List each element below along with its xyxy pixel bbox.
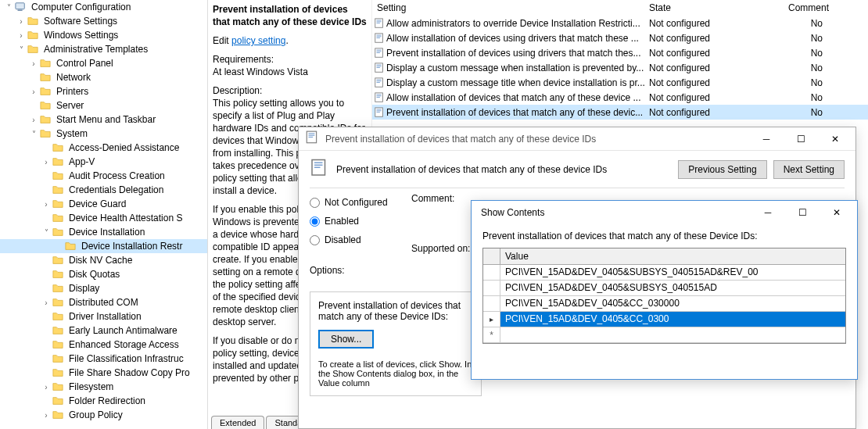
- tree-expander-icon[interactable]: ›: [28, 59, 39, 68]
- grid-row[interactable]: PCI\VEN_15AD&DEV_0405&SUBSYS_040515AD&RE…: [483, 265, 845, 281]
- grid-row[interactable]: PCI\VEN_15AD&DEV_0405&CC_030000: [483, 296, 845, 312]
- tree-item[interactable]: ·Display: [0, 281, 207, 295]
- policy-titlebar[interactable]: Prevent installation of devices that mat…: [299, 127, 855, 151]
- tree-expander-icon[interactable]: ›: [41, 411, 52, 420]
- folder-icon: [52, 213, 64, 223]
- tree-item[interactable]: ·File Share Shadow Copy Pro: [0, 366, 207, 380]
- tree-item[interactable]: ·Enhanced Storage Access: [0, 338, 207, 352]
- tree-expander-icon[interactable]: ˅: [16, 45, 27, 54]
- tree-item[interactable]: ›Distributed COM: [0, 295, 207, 309]
- folder-icon: [52, 409, 64, 420]
- settings-row[interactable]: Allow installation of devices using driv…: [372, 30, 868, 45]
- tree-item[interactable]: ›Printers: [0, 84, 207, 98]
- tree-item[interactable]: ›Windows Settings: [0, 28, 207, 42]
- next-setting-button[interactable]: Next Setting: [773, 160, 845, 179]
- maximize-button[interactable]: ☐: [784, 128, 818, 150]
- value-column-header[interactable]: Value: [500, 248, 845, 264]
- tree-item[interactable]: ›Filesystem: [0, 380, 207, 394]
- options-footer-text: To create a list of devices, click Show.…: [318, 359, 473, 388]
- folder-icon: [39, 72, 52, 83]
- grid-row-new[interactable]: [483, 327, 845, 343]
- radio-disabled[interactable]: Disabled: [310, 231, 411, 249]
- tree-expander-icon[interactable]: ›: [28, 116, 39, 124]
- folder-icon: [52, 311, 64, 322]
- settings-row[interactable]: Allow administrators to override Device …: [372, 16, 868, 30]
- tree-item-label: Display: [67, 283, 99, 294]
- previous-setting-button[interactable]: Previous Setting: [678, 160, 766, 179]
- folder-icon: [52, 325, 64, 336]
- tree-item[interactable]: ›App-V: [0, 155, 207, 169]
- tree-item[interactable]: ·Folder Redirection: [0, 394, 207, 408]
- folder-icon: [64, 241, 77, 252]
- tree-item[interactable]: ·Early Launch Antimalware: [0, 324, 207, 338]
- minimize-button[interactable]: ─: [749, 128, 784, 150]
- tree-expander-icon[interactable]: ›: [41, 200, 52, 209]
- tree-expander-icon[interactable]: ˅: [28, 130, 39, 138]
- tree-item-label: Group Policy: [67, 409, 123, 420]
- options-area: Prevent installation of devices that mat…: [310, 291, 482, 396]
- minimize-button[interactable]: ─: [751, 202, 785, 223]
- tree-item[interactable]: ·Disk NV Cache: [0, 253, 207, 267]
- tree-item[interactable]: ·Network: [0, 70, 207, 84]
- tree-item[interactable]: ·Device Health Attestation S: [0, 211, 207, 225]
- column-setting[interactable]: Setting: [372, 2, 649, 13]
- column-comment[interactable]: Comment: [787, 2, 868, 13]
- show-button[interactable]: Show...: [318, 330, 374, 349]
- tree-item[interactable]: ˅Device Installation: [0, 225, 207, 239]
- tree-expander-icon[interactable]: ›: [41, 299, 52, 307]
- tree-item[interactable]: ›Group Policy: [0, 408, 207, 422]
- policy-setting-link[interactable]: policy setting: [231, 35, 285, 46]
- close-button[interactable]: ✕: [818, 128, 852, 150]
- tree-expander-icon[interactable]: ›: [16, 17, 27, 26]
- tree-expander-icon[interactable]: ›: [41, 158, 52, 166]
- tree-item[interactable]: ˅System: [0, 127, 207, 141]
- tree-item[interactable]: ·Server: [0, 98, 207, 113]
- tree-item[interactable]: ˅Administrative Templates: [0, 42, 207, 56]
- tree-item[interactable]: ·Access-Denied Assistance: [0, 141, 207, 155]
- tree-item-label: File Classification Infrastruc: [67, 353, 184, 364]
- tree-item[interactable]: ·Audit Process Creation: [0, 169, 207, 183]
- value-cell[interactable]: PCI\VEN_15AD&DEV_0405&SUBSYS_040515AD&RE…: [500, 265, 845, 280]
- tree-item[interactable]: ›Control Panel: [0, 56, 207, 70]
- tree-expander-icon[interactable]: ›: [41, 383, 52, 391]
- settings-header: Setting State Comment: [372, 0, 868, 16]
- close-button[interactable]: ✕: [820, 202, 854, 223]
- setting-state: Not configured: [649, 48, 787, 59]
- tree-item[interactable]: ·Credentials Delegation: [0, 183, 207, 197]
- tree-expander-icon[interactable]: ˅: [41, 228, 52, 237]
- settings-row[interactable]: Display a custom message title when devi…: [372, 75, 868, 90]
- tree-expander-icon[interactable]: ˅: [3, 3, 14, 12]
- row-header: [483, 312, 500, 327]
- settings-row[interactable]: Display a custom message when installati…: [372, 60, 868, 75]
- grid-row[interactable]: PCI\VEN_15AD&DEV_0405&SUBSYS_040515AD: [483, 281, 845, 296]
- settings-row[interactable]: Prevent installation of devices that mat…: [372, 105, 868, 120]
- tree-item[interactable]: ›Device Guard: [0, 197, 207, 211]
- tree-item[interactable]: ·File Classification Infrastruc: [0, 352, 207, 366]
- tree-item[interactable]: ·Device Installation Restr: [0, 239, 207, 253]
- tree-item[interactable]: ·Driver Installation: [0, 309, 207, 324]
- tree-item[interactable]: ›Start Menu and Taskbar: [0, 113, 207, 127]
- grid-row[interactable]: PCI\VEN_15AD&DEV_0405&CC_0300: [483, 312, 845, 327]
- tree-expander-icon[interactable]: ›: [16, 31, 27, 40]
- tree-item[interactable]: ›Software Settings: [0, 14, 207, 28]
- tree-item[interactable]: ·Disk Quotas: [0, 267, 207, 281]
- tree-expander-icon[interactable]: ›: [28, 88, 39, 96]
- extended-tab[interactable]: Extended: [211, 416, 264, 429]
- requirements-label: Requirements:: [213, 54, 274, 65]
- folder-icon: [52, 170, 64, 181]
- radio-enabled[interactable]: Enabled: [310, 212, 411, 231]
- tree-item[interactable]: ˅Computer Configuration: [0, 0, 207, 14]
- setting-label: Prevent installation of devices using dr…: [386, 48, 649, 59]
- value-cell[interactable]: PCI\VEN_15AD&DEV_0405&SUBSYS_040515AD: [500, 281, 845, 295]
- settings-row[interactable]: Allow installation of devices that match…: [372, 90, 868, 105]
- value-cell[interactable]: [500, 327, 845, 342]
- settings-row[interactable]: Prevent installation of devices using dr…: [372, 45, 868, 60]
- folder-icon: [52, 353, 64, 364]
- contents-titlebar[interactable]: Show Contents ─ ☐ ✕: [472, 201, 857, 224]
- row-header: [483, 281, 500, 295]
- radio-not-configured[interactable]: Not Configured: [310, 193, 411, 212]
- maximize-button[interactable]: ☐: [785, 202, 820, 223]
- column-state[interactable]: State: [649, 2, 787, 13]
- value-cell[interactable]: PCI\VEN_15AD&DEV_0405&CC_030000: [500, 296, 845, 311]
- value-cell[interactable]: PCI\VEN_15AD&DEV_0405&CC_0300: [500, 312, 845, 327]
